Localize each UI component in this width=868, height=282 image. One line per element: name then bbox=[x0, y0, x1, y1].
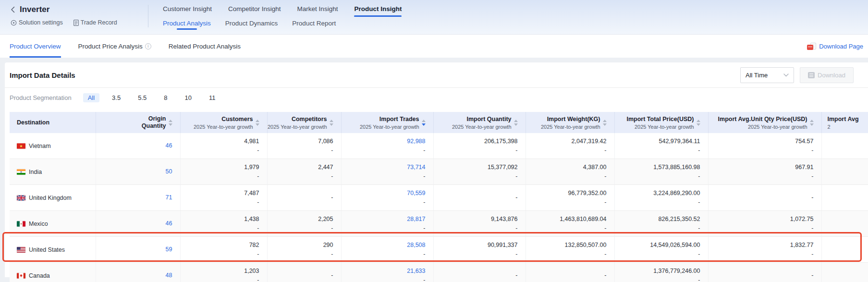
origin-quantity-link[interactable]: 46 bbox=[96, 220, 172, 228]
column-header-competitors[interactable]: Competitors2025 Year-to-year growth bbox=[267, 112, 341, 133]
origin-quantity-cell: 50 bbox=[96, 159, 180, 185]
tab-product-overview[interactable]: Product Overview bbox=[10, 35, 61, 58]
sort-asc-icon[interactable] bbox=[810, 120, 814, 122]
segment-option-10[interactable]: 10 bbox=[180, 93, 196, 102]
page-tab-bar: Product OverviewProduct Price AnalysisiR… bbox=[0, 35, 868, 58]
trade-record-link[interactable]: Trade Record bbox=[73, 19, 117, 26]
import-total-price-cell: 3,224,869,290.00- bbox=[614, 185, 708, 211]
tab-product-price-analysis[interactable]: Product Price Analysisi bbox=[78, 35, 151, 58]
sort-icons bbox=[256, 120, 259, 126]
column-header-import-weight-kg[interactable]: Import Weight(KG)2025 Year-to-year growt… bbox=[526, 112, 614, 133]
tab-product-report[interactable]: Product Report bbox=[292, 20, 336, 30]
tab-label: Product Overview bbox=[10, 43, 61, 50]
origin-quantity-link[interactable]: 59 bbox=[96, 245, 172, 254]
sort-desc-icon[interactable] bbox=[330, 123, 333, 126]
import-trades-link[interactable]: 28,817 bbox=[342, 215, 426, 223]
sort-asc-icon[interactable] bbox=[603, 120, 607, 122]
back-button[interactable] bbox=[11, 6, 15, 13]
growth-value: - bbox=[526, 147, 607, 154]
origin-quantity-link[interactable]: 71 bbox=[96, 194, 172, 202]
sort-asc-icon[interactable] bbox=[169, 120, 172, 122]
cell-value: 132,850,507.00 bbox=[526, 241, 607, 249]
settings-target-icon bbox=[11, 20, 17, 26]
cell-value: 1,979 bbox=[181, 163, 259, 172]
import-trades-link[interactable]: 70,559 bbox=[342, 189, 426, 197]
country-name: United States bbox=[29, 246, 65, 253]
column-label: Import Trades bbox=[360, 116, 419, 123]
growth-value: - bbox=[709, 225, 814, 232]
import-quantity-cell: 15,377,092- bbox=[433, 159, 526, 185]
segment-option-5-5[interactable]: 5.5 bbox=[133, 93, 151, 102]
segment-option-all[interactable]: All bbox=[83, 93, 99, 102]
country-name: United Kingdom bbox=[29, 195, 72, 201]
growth-value: - bbox=[342, 147, 426, 154]
growth-value: - bbox=[615, 225, 700, 232]
competitors-cell: 290- bbox=[267, 237, 341, 263]
tab-customer-insight[interactable]: Customer Insight bbox=[163, 5, 212, 17]
origin-quantity-link[interactable]: 46 bbox=[96, 142, 172, 150]
column-subtitle: 2025 Year-to-year growth bbox=[718, 124, 807, 130]
tab-product-analysis[interactable]: Product Analysis bbox=[163, 20, 211, 30]
sort-desc-icon[interactable] bbox=[697, 123, 700, 126]
growth-value: - bbox=[342, 251, 426, 258]
table-row-united-kingdom: United Kingdom717,487--70,559--96,779,35… bbox=[10, 185, 868, 211]
tab-related-product-analysis[interactable]: Related Product Analysis bbox=[169, 35, 241, 58]
segmentation-label: Product Segmentation bbox=[10, 94, 72, 101]
sort-asc-icon[interactable] bbox=[330, 120, 333, 122]
import-trades-link[interactable]: 92,988 bbox=[342, 137, 426, 146]
pdf-icon bbox=[807, 43, 816, 50]
sort-asc-icon[interactable] bbox=[256, 120, 259, 122]
competitors-cell: - bbox=[267, 263, 341, 282]
origin-quantity-link[interactable]: 50 bbox=[96, 168, 172, 176]
tab-product-dynamics[interactable]: Product Dynamics bbox=[225, 20, 278, 30]
segment-option-3-5[interactable]: 3.5 bbox=[107, 93, 125, 102]
destination-cell: Canada bbox=[10, 263, 96, 282]
growth-value: - bbox=[709, 147, 814, 154]
import-trades-link[interactable]: 73,714 bbox=[342, 163, 426, 172]
column-label: Destination bbox=[17, 119, 49, 126]
table-scroll-area[interactable]: DestinationOrigin QuantityCustomers2025 … bbox=[10, 112, 868, 282]
tab-competitor-insight[interactable]: Competitor Insight bbox=[228, 5, 281, 17]
import-trades-link[interactable]: 28,508 bbox=[342, 241, 426, 249]
sort-icons bbox=[697, 120, 700, 126]
sort-asc-icon[interactable] bbox=[514, 120, 518, 122]
sort-asc-icon[interactable] bbox=[697, 120, 700, 122]
sort-desc-icon[interactable] bbox=[810, 123, 814, 126]
column-header-import-total-price-usd[interactable]: Import Total Price(USD)2025 Year-to-year… bbox=[614, 112, 708, 133]
growth-value: - bbox=[526, 173, 607, 180]
column-header-import-trades[interactable]: Import Trades2025 Year-to-year growth bbox=[341, 112, 433, 133]
import-total-price-cell: 1,376,779,246.00- bbox=[614, 263, 708, 282]
sort-desc-icon[interactable] bbox=[169, 123, 172, 126]
segment-option-11[interactable]: 11 bbox=[204, 93, 220, 102]
sort-desc-icon[interactable] bbox=[422, 123, 426, 126]
document-icon bbox=[73, 20, 79, 26]
import-avg-unit-qty-price-cell: 1,072.75- bbox=[708, 211, 821, 237]
download-page-button[interactable]: Download Page bbox=[807, 43, 863, 50]
column-header-origin[interactable]: Origin Quantity bbox=[96, 112, 180, 133]
import-avg-unit-qty-price-cell: - bbox=[708, 263, 821, 282]
origin-quantity-link[interactable]: 48 bbox=[96, 271, 172, 280]
growth-value: - bbox=[709, 173, 814, 180]
cell-value: 14,549,026,594.00 bbox=[615, 241, 700, 249]
column-header-customers[interactable]: Customers2025 Year-to-year growth bbox=[180, 112, 267, 133]
solution-settings-link[interactable]: Solution settings bbox=[11, 19, 63, 26]
cell-value: 782 bbox=[181, 241, 259, 249]
import-trades-link[interactable]: 21,633 bbox=[342, 267, 426, 275]
cell-value: 206,175,398 bbox=[434, 137, 518, 146]
flag-united-kingdom-icon bbox=[17, 195, 25, 201]
column-header-import-avg-unit-qty-price-usd[interactable]: Import Avg.Unit Qty Price(USD)2025 Year-… bbox=[708, 112, 821, 133]
time-range-select[interactable]: All Time bbox=[740, 67, 794, 83]
cell-value: 1,832.77 bbox=[709, 241, 814, 249]
segment-option-8[interactable]: 8 bbox=[159, 93, 172, 102]
sort-desc-icon[interactable] bbox=[603, 123, 607, 126]
tab-product-insight[interactable]: Product Insight bbox=[354, 5, 402, 17]
origin-quantity-cell: 46 bbox=[96, 211, 180, 237]
download-button[interactable]: Download bbox=[800, 67, 854, 83]
sort-asc-icon[interactable] bbox=[422, 120, 426, 122]
tab-market-insight[interactable]: Market Insight bbox=[297, 5, 338, 17]
import-quantity-cell: 9,143,876- bbox=[433, 211, 526, 237]
column-header-import-quantity[interactable]: Import Quantity2025 Year-to-year growth bbox=[433, 112, 526, 133]
column-label: Competitors bbox=[268, 116, 327, 123]
sort-desc-icon[interactable] bbox=[514, 123, 518, 126]
sort-desc-icon[interactable] bbox=[256, 123, 259, 126]
